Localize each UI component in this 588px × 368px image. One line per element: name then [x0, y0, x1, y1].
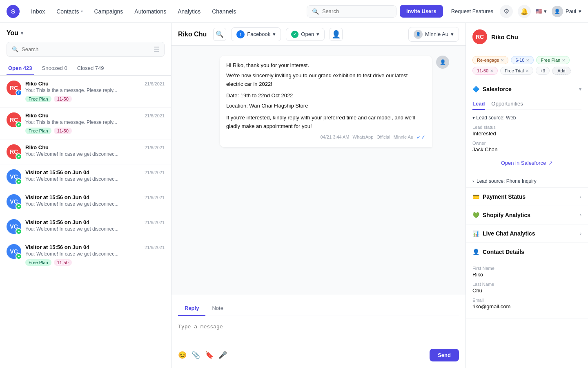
- remove-tag-icon[interactable]: ✕: [501, 58, 504, 63]
- contact-header: RC Riko Chu: [466, 23, 588, 51]
- tab-reply[interactable]: Reply: [178, 302, 205, 316]
- main-layout: You ▾ 🔍 ☰ Open 423 Snoozed 0 Closed 749 …: [0, 23, 588, 368]
- agent-name: Minnie Au: [425, 31, 448, 37]
- lead-source-primary[interactable]: ▾ Lead source: Web: [472, 115, 581, 121]
- channel-label: Facebook: [247, 31, 270, 37]
- status-chevron-icon: ▾: [316, 31, 319, 37]
- facebook-badge-icon: f: [16, 90, 22, 96]
- nav-inbox[interactable]: Inbox: [26, 6, 50, 17]
- reply-footer: 😊 📎 🔖 🎤 Send: [178, 349, 459, 361]
- lead-source-secondary[interactable]: › Lead source: Phone Inquiry: [466, 175, 588, 187]
- salesforce-chevron-icon: ▾: [579, 86, 581, 92]
- open-salesforce-link[interactable]: Open in Salesforce ↗: [472, 157, 581, 169]
- sender-avatar: 👤: [436, 56, 449, 69]
- tab-snoozed[interactable]: Snoozed 0: [40, 62, 69, 75]
- assign-button[interactable]: 👤: [330, 28, 343, 41]
- user-avatar: 👤: [552, 6, 563, 17]
- nav-contacts[interactable]: Contacts ▾: [51, 6, 87, 17]
- message-line4: If you're interested, kindly reply with …: [226, 114, 425, 131]
- payment-status-header[interactable]: 💳 Payment Status ›: [466, 188, 588, 206]
- whatsapp-badge-icon: ●: [16, 178, 22, 185]
- conversation-name: Visitor at 15:56 on Jun 04: [25, 219, 89, 225]
- conversation-item[interactable]: VC ● Visitor at 15:56 on Jun 04 21/6/202…: [0, 239, 171, 271]
- contact-details-title: 👤 Contact Details: [472, 249, 524, 255]
- notifications-icon-button[interactable]: 🔔: [518, 5, 531, 18]
- conversation-name: Riko Chu: [25, 112, 49, 119]
- remove-tag-icon[interactable]: ✕: [526, 69, 529, 73]
- remove-tag-icon[interactable]: ✕: [490, 69, 493, 73]
- conversation-body: Riko Chu 21/6/2021 You: This is the a me…: [25, 81, 165, 102]
- conversation-tag: Free Plan: [25, 96, 51, 102]
- filter-icon[interactable]: ☰: [154, 45, 159, 53]
- shopify-analytics-header[interactable]: 💚 Shopify Analytics ›: [466, 206, 588, 224]
- tab-note[interactable]: Note: [205, 302, 229, 316]
- app-logo[interactable]: S: [7, 5, 20, 18]
- conversation-search-button[interactable]: 🔍: [213, 28, 226, 41]
- conversation-avatar: RC ●: [7, 144, 21, 159]
- conversation-item[interactable]: RC f Riko Chu 21/6/2021 You: This is the…: [0, 76, 171, 108]
- conversation-view: Riko Chu 🔍 f Facebook ▾ ✓ Open ▾ 👤 👤 Min…: [172, 23, 466, 368]
- audio-icon[interactable]: 🎤: [218, 351, 227, 359]
- conversation-item[interactable]: VC ● Visitor at 15:56 on Jun 04 21/6/202…: [0, 214, 171, 239]
- sf-tab-lead[interactable]: Lead: [472, 98, 485, 110]
- conversation-item[interactable]: RC ● Riko Chu 21/6/2021 You: Welcome! In…: [0, 139, 171, 164]
- tab-open[interactable]: Open 423: [7, 62, 34, 75]
- remove-tag-icon[interactable]: ✕: [562, 58, 565, 63]
- conversation-row: Riko Chu 21/6/2021: [25, 112, 165, 119]
- remove-tag-icon[interactable]: ✕: [526, 58, 529, 63]
- language-selector[interactable]: 🇺🇸 ▾: [536, 8, 547, 14]
- conversation-tags: Free Plan11-50: [25, 96, 165, 102]
- status-checkmark-icon: ✓: [293, 32, 296, 36]
- message-input[interactable]: [178, 320, 459, 345]
- contact-tag: 6-10 ✕: [511, 56, 534, 64]
- email-label: Email: [472, 298, 581, 303]
- you-dropdown[interactable]: You ▾: [7, 29, 23, 37]
- message-channel: WhatsApp: [353, 134, 374, 141]
- add-tag-button[interactable]: Add: [552, 67, 571, 75]
- conversation-preview: You: Welcome! In case we get disconnec..…: [25, 151, 165, 157]
- owner-label: Owner: [472, 141, 581, 146]
- whatsapp-badge-icon: ●: [16, 253, 22, 260]
- bookmark-icon[interactable]: 🔖: [205, 351, 214, 359]
- conversation-header: Riko Chu 🔍 f Facebook ▾ ✓ Open ▾ 👤 👤 Min…: [172, 23, 466, 46]
- user-chevron-icon: ▾: [579, 8, 581, 14]
- settings-icon-button[interactable]: ⚙: [500, 5, 513, 18]
- agent-selector[interactable]: 👤 Minnie Au ▾: [408, 27, 459, 42]
- tab-closed[interactable]: Closed 749: [76, 62, 106, 75]
- conversation-search-input[interactable]: [22, 46, 150, 52]
- live-chat-analytics-header[interactable]: 📊 Live Chat Analytics ›: [466, 224, 588, 242]
- conversation-item[interactable]: RC ● Riko Chu 21/6/2021 You: This is the…: [0, 108, 171, 139]
- conversation-row: Visitor at 15:56 on Jun 04 21/6/2021: [25, 244, 165, 250]
- invite-users-button[interactable]: Invite Users: [400, 5, 443, 18]
- contact-tags-section: Re-engage ✕6-10 ✕Free Plan ✕11-50 ✕Free …: [466, 51, 588, 80]
- nav-channels[interactable]: Channels: [207, 6, 241, 17]
- nav-automations[interactable]: Automations: [129, 6, 171, 17]
- salesforce-section-header[interactable]: 🔷 Salesforce ▾: [466, 80, 588, 98]
- conversation-time: 21/6/2021: [145, 245, 165, 250]
- conversation-item[interactable]: VC ● Visitor at 15:56 on Jun 04 21/6/202…: [0, 189, 171, 214]
- status-selector[interactable]: ✓ Open ▾: [286, 28, 325, 41]
- request-features-link[interactable]: Request Features: [450, 6, 495, 17]
- emoji-icon[interactable]: 😊: [178, 351, 187, 359]
- channel-selector[interactable]: f Facebook ▾: [231, 27, 281, 41]
- user-menu[interactable]: 👤 Paul ▾: [552, 6, 581, 17]
- conversation-tag: 11-50: [54, 96, 72, 102]
- owner-value: Jack Chan: [472, 146, 581, 153]
- send-button[interactable]: Send: [430, 349, 459, 361]
- assign-icon: 👤: [332, 30, 341, 39]
- nav-analytics[interactable]: Analytics: [173, 6, 205, 17]
- contact-details-header[interactable]: 👤 Contact Details: [466, 243, 588, 261]
- message-line2: Date: 19th to 22nd Oct 2022: [226, 92, 425, 100]
- message-time: 04/21 3:44 AM: [321, 134, 350, 141]
- salesforce-icon: 🔷: [472, 86, 479, 92]
- nav-campaigns[interactable]: Campaigns: [89, 6, 128, 17]
- reply-action-icons: 😊 📎 🔖 🎤: [178, 351, 227, 359]
- you-chevron-icon: ▾: [21, 31, 23, 36]
- conversation-time: 21/6/2021: [145, 195, 165, 200]
- sf-tab-opportunities[interactable]: Opportunities: [491, 98, 523, 110]
- search-input[interactable]: [322, 8, 391, 14]
- user-name: Paul: [566, 8, 576, 14]
- contacts-chevron-icon: ▾: [81, 9, 83, 13]
- conversation-item[interactable]: VC ● Visitor at 15:56 on Jun 04 21/6/202…: [0, 164, 171, 189]
- attachment-icon[interactable]: 📎: [192, 351, 200, 359]
